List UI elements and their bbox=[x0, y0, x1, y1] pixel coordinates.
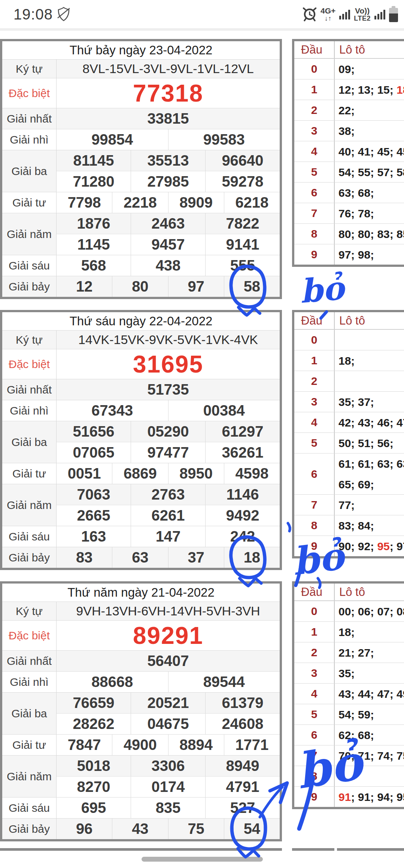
dau-digit: 1 bbox=[294, 622, 335, 642]
dau-digit: 3 bbox=[294, 663, 335, 683]
prize-label: Giải sáu bbox=[2, 255, 57, 276]
prize-values: 811453551396640712802798559278 bbox=[57, 150, 280, 192]
clock-time: 19:08 bbox=[13, 6, 53, 23]
prize-label: Giải năm bbox=[2, 213, 57, 255]
prize-number: 527 bbox=[205, 798, 280, 818]
prize-line: 83633718 bbox=[57, 547, 280, 568]
loto-values: 91; 91; 94; 95; bbox=[335, 787, 404, 807]
prize-label: Giải nhất bbox=[2, 108, 57, 129]
dau-digit: 6 bbox=[294, 183, 335, 203]
svg-text:bỏ: bỏ bbox=[298, 269, 347, 310]
prize-number: 63 bbox=[112, 547, 168, 568]
loto-row: 335; bbox=[294, 663, 404, 683]
partial-next-loto-table-border-right bbox=[337, 848, 404, 851]
dau-digit: 0 bbox=[294, 601, 335, 621]
prize-line: 33815 bbox=[57, 108, 280, 129]
loto-line: 00; 06; 07; 08; bbox=[338, 601, 404, 622]
prize-line: 9985499583 bbox=[57, 129, 280, 150]
prize-number: 6218 bbox=[224, 192, 280, 213]
prize-row: Giải nhất51735 bbox=[2, 379, 280, 400]
loto-value-text: 18; bbox=[338, 355, 355, 367]
prize-number: 2218 bbox=[112, 192, 168, 213]
partial-next-results-table-border bbox=[0, 848, 282, 851]
dau-digit: 2 bbox=[294, 642, 335, 663]
loto-header: Lô tô bbox=[335, 312, 404, 329]
prize-label: Giải nhì bbox=[2, 129, 57, 150]
volte-label: Vo)) bbox=[355, 7, 370, 15]
loto-row: 554; 55; 57; 58; bbox=[294, 162, 404, 182]
prize-number: 75 bbox=[168, 819, 224, 839]
loto-values: 83; 84; bbox=[335, 515, 404, 536]
loto-line: 35; bbox=[338, 663, 404, 684]
dau-digit: 9 bbox=[294, 244, 335, 265]
loto-row: 118; bbox=[294, 621, 404, 642]
loto-line: 77; bbox=[338, 495, 404, 515]
prize-label: Ký tự bbox=[2, 60, 57, 78]
loto-line: 62; 68; bbox=[338, 725, 404, 745]
prize-line: 89291 bbox=[57, 621, 280, 650]
loto-line: 12; 13; 15; 18; bbox=[338, 79, 404, 100]
loto-values: 18; bbox=[335, 622, 404, 642]
loto-value-text: 12; 13; 15; bbox=[338, 84, 397, 96]
loto-values: 12; 13; 15; 18; bbox=[335, 79, 404, 100]
prize-number: 4900 bbox=[112, 735, 168, 755]
prize-number: 8VL-15VL-3VL-9VL-1VL-12VL bbox=[57, 60, 280, 78]
prize-number: 555 bbox=[205, 255, 280, 276]
prize-row: Giải tư0051686989504598 bbox=[2, 463, 280, 484]
loto-line: 54; 55; 57; 58; bbox=[338, 162, 404, 183]
prize-number: 1146 bbox=[205, 484, 280, 505]
prize-number: 59278 bbox=[205, 171, 280, 192]
dau-digit: 4 bbox=[294, 141, 335, 162]
prize-row: Giải tư7847490088941771 bbox=[2, 734, 280, 755]
loto-value-text: 77; bbox=[338, 499, 355, 511]
prize-number: 2763 bbox=[131, 484, 205, 505]
prize-label: Giải ba bbox=[2, 150, 57, 192]
prize-row: Giải tư7798221889096218 bbox=[2, 192, 280, 213]
prize-values: 96437554 bbox=[57, 819, 280, 839]
loto-values: 38; bbox=[335, 121, 404, 141]
prize-number: 24608 bbox=[205, 714, 280, 734]
loto-value-highlight: 95 bbox=[377, 540, 389, 552]
prize-row: Giải bảy83633718 bbox=[2, 547, 280, 568]
prize-number: 43 bbox=[112, 819, 168, 839]
prize-number: 36261 bbox=[205, 442, 280, 463]
volte-icon: Vo)) LTE2 bbox=[354, 7, 371, 22]
loto-line bbox=[338, 766, 404, 786]
prize-values: 89291 bbox=[57, 621, 280, 650]
loto-row: 883; 84; bbox=[294, 515, 404, 536]
loto-header-row: ĐầuLô tô bbox=[294, 41, 404, 58]
prize-number: 4791 bbox=[205, 777, 280, 797]
prize-number: 438 bbox=[131, 255, 205, 276]
dau-digit: 3 bbox=[294, 392, 335, 412]
prize-number: 83 bbox=[57, 547, 112, 568]
loto-values: 00; 06; 07; 08; bbox=[335, 601, 404, 621]
loto-value-text: 83; 84; bbox=[338, 519, 374, 532]
prize-number: 3306 bbox=[131, 756, 205, 776]
prize-number: 27985 bbox=[131, 171, 205, 192]
prize-label: Giải nhất bbox=[2, 651, 57, 671]
loto-header: Lô tô bbox=[335, 41, 404, 58]
prize-label: Ký tự bbox=[2, 331, 57, 349]
prize-row: Giải năm501833068949827001744791 bbox=[2, 755, 280, 797]
loto-values: 97; 98; bbox=[335, 244, 404, 265]
handwritten-note-1: bỏ bbox=[298, 269, 347, 310]
prize-values: 12809758 bbox=[57, 276, 280, 297]
loto-header-row: ĐầuLô tô bbox=[294, 312, 404, 329]
loto-line: 09; bbox=[338, 59, 404, 79]
loto-header-row: ĐầuLô tô bbox=[294, 584, 404, 601]
prize-number: 0051 bbox=[57, 463, 112, 484]
loto-table-1: ĐầuLô tô009;112; 13; 15; 18;222;338;440;… bbox=[292, 39, 404, 267]
prize-values: 56407 bbox=[57, 651, 280, 671]
prize-number: 33815 bbox=[57, 108, 280, 129]
gesture-bar[interactable] bbox=[142, 857, 263, 862]
status-right: 4G+ ↓↑ Vo)) LTE2 bbox=[303, 6, 398, 22]
loto-value-text: 70; 71; 74; 75; bbox=[338, 750, 404, 762]
loto-row: 442; 43; 46; 47; bbox=[294, 412, 404, 433]
prize-number: 8950 bbox=[168, 463, 224, 484]
prize-number: 51735 bbox=[57, 379, 280, 400]
prize-number: 5018 bbox=[57, 756, 131, 776]
dau-digit: 1 bbox=[294, 350, 335, 371]
prize-number: 9457 bbox=[131, 234, 205, 255]
loto-values: 61; 61; 63; 63;65; 69; bbox=[335, 453, 404, 494]
prize-label: Giải nhì bbox=[2, 672, 57, 692]
